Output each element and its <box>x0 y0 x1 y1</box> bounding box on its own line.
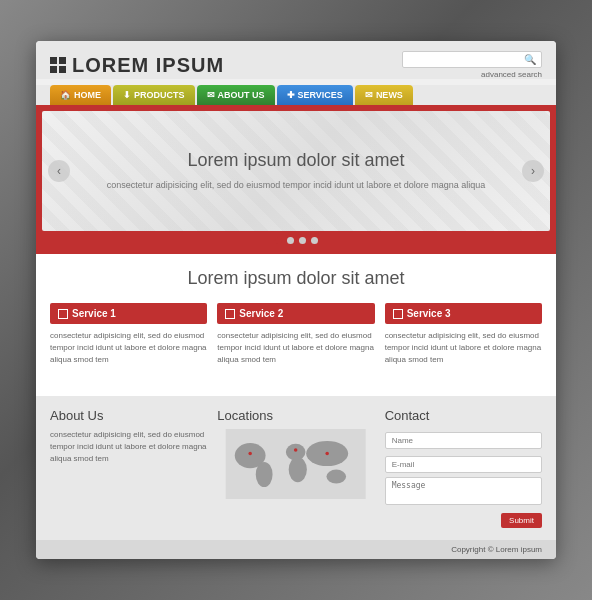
nav-label-about: ABOUT US <box>218 90 265 100</box>
about-icon: ✉ <box>207 90 215 100</box>
slider-title: Lorem ipsum dolor sit amet <box>107 150 486 171</box>
service-1-icon <box>58 309 68 319</box>
contact-title: Contact <box>385 408 542 423</box>
home-icon: 🏠 <box>60 90 71 100</box>
nav-label-services: SERVICES <box>298 90 343 100</box>
service-3-button[interactable]: Service 3 <box>385 303 542 324</box>
about-section: About Us consectetur adipisicing elit, s… <box>50 408 207 528</box>
slider-arrow-right[interactable]: › <box>522 160 544 182</box>
search-icon: 🔍 <box>524 54 536 65</box>
svg-point-6 <box>327 470 347 484</box>
header: LOREM IPSUM 🔍 advanced search <box>36 41 556 79</box>
service-1-label: Service 1 <box>72 308 116 319</box>
nav-label-products: PRODUCTS <box>134 90 185 100</box>
contact-email-input[interactable] <box>385 456 542 473</box>
nav-label-home: HOME <box>74 90 101 100</box>
main-section-title: Lorem ipsum dolor sit amet <box>50 268 542 289</box>
navigation: 🏠 HOME ⬇ PRODUCTS ✉ ABOUT US ✚ SERVICES … <box>36 85 556 105</box>
service-3-description: consectetur adipisicing elit, sed do eiu… <box>385 330 542 366</box>
service-2: Service 2 consectetur adipisicing elit, … <box>217 303 374 366</box>
nav-item-products[interactable]: ⬇ PRODUCTS <box>113 85 195 105</box>
chevron-right-icon: › <box>531 164 535 178</box>
world-map <box>217 429 374 499</box>
service-3-label: Service 3 <box>407 308 451 319</box>
nav-label-news: NEWS <box>376 90 403 100</box>
logo-text: LOREM IPSUM <box>72 54 224 77</box>
chevron-left-icon: ‹ <box>57 164 61 178</box>
contact-message-input[interactable] <box>385 477 542 505</box>
about-title: About Us <box>50 408 207 423</box>
nav-item-home[interactable]: 🏠 HOME <box>50 85 111 105</box>
nav-item-news[interactable]: ✉ NEWS <box>355 85 413 105</box>
locations-section: Locations <box>217 408 374 528</box>
services-icon: ✚ <box>287 90 295 100</box>
slider-content: Lorem ipsum dolor sit amet consectetur a… <box>87 130 506 213</box>
service-3: Service 3 consectetur adipisicing elit, … <box>385 303 542 366</box>
nav-item-services[interactable]: ✚ SERVICES <box>277 85 353 105</box>
slider: ‹ Lorem ipsum dolor sit amet consectetur… <box>42 111 550 231</box>
svg-point-2 <box>256 462 273 487</box>
bottom-section: About Us consectetur adipisicing elit, s… <box>36 396 556 540</box>
slider-dots <box>42 231 550 248</box>
slider-description: consectetur adipisicing elit, sed do eiu… <box>107 179 486 193</box>
logo: LOREM IPSUM <box>50 54 224 77</box>
slider-arrow-left[interactable]: ‹ <box>48 160 70 182</box>
slider-wrapper: ‹ Lorem ipsum dolor sit amet consectetur… <box>36 105 556 254</box>
service-1: Service 1 consectetur adipisicing elit, … <box>50 303 207 366</box>
dot-2[interactable] <box>287 237 294 244</box>
search-box[interactable]: 🔍 <box>402 51 542 68</box>
copyright-text: Copyright © Lorem ipsum <box>451 545 542 554</box>
logo-icon <box>50 57 66 73</box>
service-1-description: consectetur adipisicing elit, sed do eiu… <box>50 330 207 366</box>
svg-point-4 <box>289 457 307 482</box>
search-input[interactable] <box>409 54 524 65</box>
service-2-label: Service 2 <box>239 308 283 319</box>
contact-section: Contact Submit <box>385 408 542 528</box>
service-2-button[interactable]: Service 2 <box>217 303 374 324</box>
products-icon: ⬇ <box>123 90 131 100</box>
news-icon: ✉ <box>365 90 373 100</box>
about-text: consectetur adipisicing elit, sed do eiu… <box>50 429 207 465</box>
svg-point-7 <box>249 452 253 456</box>
main-content: Lorem ipsum dolor sit amet Service 1 con… <box>36 254 556 396</box>
service-2-icon <box>225 309 235 319</box>
locations-title: Locations <box>217 408 374 423</box>
search-area: 🔍 advanced search <box>402 51 542 79</box>
website-mockup: LOREM IPSUM 🔍 advanced search 🏠 HOME ⬇ P… <box>36 41 556 559</box>
advanced-search-link[interactable]: advanced search <box>481 70 542 79</box>
svg-point-9 <box>326 452 330 456</box>
dot-1[interactable] <box>275 237 282 244</box>
svg-point-8 <box>294 448 298 452</box>
service-2-description: consectetur adipisicing elit, sed do eiu… <box>217 330 374 366</box>
services-list: Service 1 consectetur adipisicing elit, … <box>50 303 542 366</box>
service-1-button[interactable]: Service 1 <box>50 303 207 324</box>
contact-name-input[interactable] <box>385 432 542 449</box>
nav-item-about[interactable]: ✉ ABOUT US <box>197 85 275 105</box>
service-3-icon <box>393 309 403 319</box>
footer: Copyright © Lorem ipsum <box>36 540 556 559</box>
dot-3[interactable] <box>299 237 306 244</box>
submit-button[interactable]: Submit <box>501 513 542 528</box>
dot-4[interactable] <box>311 237 318 244</box>
